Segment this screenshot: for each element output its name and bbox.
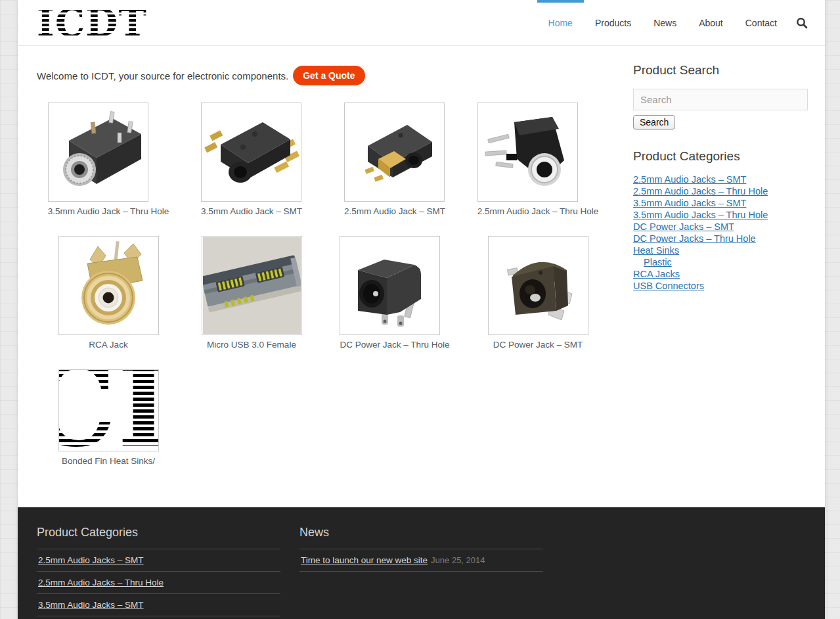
product-card: 2.5mm Audio Jack – SMT <box>344 103 445 216</box>
site-footer: Product Categories 2.5mm Audio Jacks – S… <box>18 507 825 619</box>
product-photo-micro-usb-3-female[interactable] <box>202 236 302 335</box>
product-card: 3.5mm Audio Jack – SMT <box>201 103 302 216</box>
site-logo[interactable]: ICDT <box>37 5 147 41</box>
product-title: 2.5mm Audio Jack – SMT <box>344 206 445 216</box>
category-link-2-5mm-smt[interactable]: 2.5mm Audio Jacks – SMT <box>633 174 746 185</box>
product-categories-title: Product Categories <box>633 149 808 164</box>
footer-news-column: News Time to launch our new web siteJune… <box>299 526 543 619</box>
audio-jack-thru-hole-image <box>49 104 147 200</box>
product-search-input[interactable] <box>633 89 808 110</box>
footer-news-list: Time to launch our new web siteJune 25, … <box>299 549 543 572</box>
product-card: RCA Jack <box>58 236 159 350</box>
footer-news-title: News <box>299 526 543 549</box>
category-link-dc-smt[interactable]: DC Power Jacks – SMT <box>633 221 734 232</box>
product-search-title: Product Search <box>633 63 808 78</box>
product-card: 2.5mm Audio Jack – Thru Hole <box>477 103 598 216</box>
intro-row: Welcome to ICDT, your source for electro… <box>37 66 611 85</box>
product-title: DC Power Jack – Thru Hole <box>340 340 449 350</box>
nav-item-news[interactable]: News <box>642 0 688 46</box>
product-photo-3-5mm-audio-jack-smt[interactable] <box>201 103 301 202</box>
category-link-usb-connectors[interactable]: USB Connectors <box>633 281 704 291</box>
category-link-dc-thru[interactable]: DC Power Jacks – Thru Hole <box>633 233 756 244</box>
product-title: RCA Jack <box>58 340 159 350</box>
footer-category-link-2-5mm-smt[interactable]: 2.5mm Audio Jacks – SMT <box>38 555 144 565</box>
category-link-heat-sinks[interactable]: Heat Sinks <box>633 245 679 256</box>
audio-jack-smt-image <box>202 104 300 200</box>
product-card: Micro USB 3.0 Female <box>202 236 302 350</box>
product-search-button[interactable]: Search <box>633 115 675 129</box>
audio-jack-smt-image <box>345 104 443 200</box>
category-link-3-5mm-smt[interactable]: 3.5mm Audio Jacks – SMT <box>633 198 746 208</box>
main-area: Welcome to ICDT, your source for electro… <box>18 46 825 507</box>
product-photo-2-5mm-audio-jack-smt[interactable] <box>344 103 445 202</box>
product-title: 3.5mm Audio Jack – SMT <box>201 206 302 216</box>
product-card: 3.5mm Audio Jack – Thru Hole <box>48 103 169 216</box>
dc-power-jack-smt-image <box>489 237 587 334</box>
category-link-3-5mm-thru[interactable]: 3.5mm Audio Jacks – Thru Hole <box>633 210 768 220</box>
nav-item-contact[interactable]: Contact <box>734 0 788 46</box>
get-a-quote-button[interactable]: Get a Quote <box>293 66 365 85</box>
product-title: DC Power Jack – SMT <box>488 340 588 350</box>
content-column: Welcome to ICDT, your source for electro… <box>18 46 611 507</box>
product-photo-bonded-fin-heat-sinks[interactable]: CDI <box>58 369 159 451</box>
footer-categories-list: 2.5mm Audio Jacks – SMT 2.5mm Audio Jack… <box>37 549 280 619</box>
product-photo-rca-jack[interactable] <box>58 236 159 335</box>
footer-news-date: June 25, 2014 <box>431 555 485 565</box>
product-title: 3.5mm Audio Jack – Thru Hole <box>48 206 169 216</box>
welcome-text: Welcome to ICDT, your source for electro… <box>37 70 288 81</box>
product-title: Bonded Fin Heat Sinks/ <box>58 456 159 466</box>
nav-item-home[interactable]: Home <box>537 0 584 46</box>
product-card: DC Power Jack – Thru Hole <box>340 236 449 350</box>
micro-usb-image <box>203 237 301 334</box>
footer-category-link-2-5mm-thru[interactable]: 2.5mm Audio Jacks – Thru Hole <box>38 578 164 587</box>
category-link-rca-jacks[interactable]: RCA Jacks <box>633 269 680 279</box>
heat-sink-logo-text: CDI <box>59 370 158 451</box>
product-categories-list: 2.5mm Audio Jacks – SMT 2.5mm Audio Jack… <box>633 173 808 292</box>
search-icon[interactable] <box>788 0 812 46</box>
footer-category-link-3-5mm-smt[interactable]: 3.5mm Audio Jacks – SMT <box>38 600 144 610</box>
page: ICDT Home Products News About Contact We… <box>18 0 825 619</box>
product-photo-dc-power-jack-smt[interactable] <box>488 236 588 335</box>
category-link-2-5mm-thru[interactable]: 2.5mm Audio Jacks – Thru Hole <box>633 186 768 196</box>
footer-categories-title: Product Categories <box>37 526 280 549</box>
heat-sink-logo-crop: CDI <box>59 370 158 451</box>
rca-jack-image <box>60 237 158 334</box>
main-nav: Home Products News About Contact <box>537 0 812 46</box>
dc-power-jack-image <box>341 237 439 334</box>
sidebar: Product Search Search Product Categories… <box>633 46 808 507</box>
product-photo-3-5mm-audio-jack-thru-hole[interactable] <box>48 103 148 202</box>
footer-categories-column: Product Categories 2.5mm Audio Jacks – S… <box>37 526 280 619</box>
nav-item-about[interactable]: About <box>688 0 734 46</box>
audio-jack-thru-hole-image <box>479 104 577 200</box>
product-grid: 3.5mm Audio Jack – Thru Hole <box>37 103 611 466</box>
product-photo-dc-power-jack-thru-hole[interactable] <box>340 236 440 335</box>
product-card: CDI Bonded Fin Heat Sinks/ <box>58 369 159 466</box>
category-link-plastic[interactable]: Plastic <box>644 257 672 267</box>
product-title: 2.5mm Audio Jack – Thru Hole <box>477 206 598 216</box>
nav-item-products[interactable]: Products <box>584 0 642 46</box>
footer-news-link[interactable]: Time to launch our new web site <box>301 555 428 565</box>
product-title: Micro USB 3.0 Female <box>202 340 302 350</box>
site-header: ICDT Home Products News About Contact <box>18 0 825 46</box>
product-photo-2-5mm-audio-jack-thru-hole[interactable] <box>477 103 578 202</box>
product-card: DC Power Jack – SMT <box>488 236 588 350</box>
